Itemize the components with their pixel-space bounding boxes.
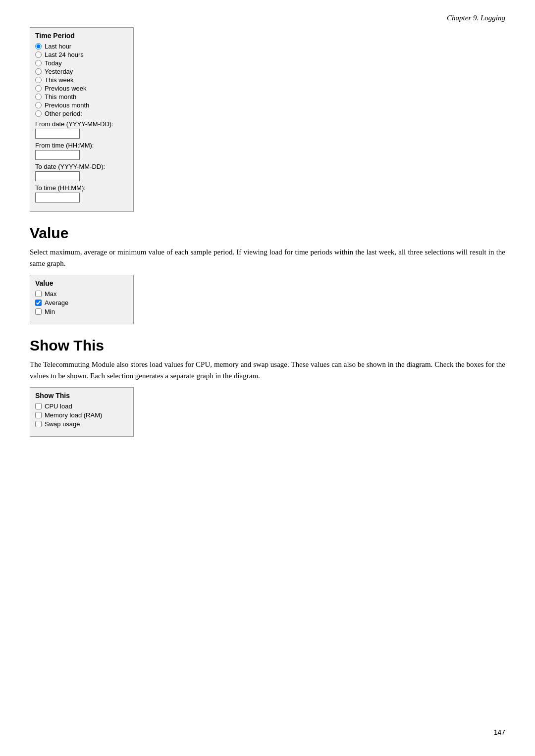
radio-this-week-input[interactable]: [35, 77, 42, 83]
value-box: Value Max Average Min: [30, 275, 134, 324]
radio-today-input[interactable]: [35, 60, 42, 66]
checkbox-memory[interactable]: Memory load (RAM): [35, 411, 125, 419]
checkbox-max-input[interactable]: [35, 291, 42, 297]
to-time-input[interactable]: [35, 193, 80, 202]
checkbox-min-label: Min: [45, 308, 55, 315]
radio-prev-week[interactable]: Previous week: [35, 85, 125, 92]
show-this-box: Show This CPU load Memory load (RAM) Swa…: [30, 387, 134, 437]
checkbox-cpu[interactable]: CPU load: [35, 403, 125, 410]
from-time-label: From time (HH:MM):: [35, 142, 125, 149]
checkbox-swap[interactable]: Swap usage: [35, 420, 125, 428]
radio-last-24[interactable]: Last 24 hours: [35, 51, 125, 58]
value-heading: Value: [30, 225, 505, 242]
radio-last-hour[interactable]: Last hour: [35, 43, 125, 50]
to-time-label: To time (HH:MM):: [35, 184, 125, 192]
page-number: 147: [494, 728, 505, 736]
radio-yesterday[interactable]: Yesterday: [35, 68, 125, 75]
checkbox-max[interactable]: Max: [35, 290, 125, 298]
to-date-label: To date (YYYY-MM-DD):: [35, 163, 125, 170]
radio-yesterday-label: Yesterday: [45, 68, 73, 75]
page-content: Time Period Last hour Last 24 hours Toda…: [0, 27, 535, 470]
radio-today-label: Today: [45, 59, 62, 67]
radio-this-month-input[interactable]: [35, 94, 42, 100]
from-date-input[interactable]: [35, 129, 80, 139]
radio-this-month-label: This month: [45, 93, 76, 101]
radio-this-month[interactable]: This month: [35, 93, 125, 101]
checkbox-cpu-input[interactable]: [35, 403, 42, 409]
radio-prev-week-input[interactable]: [35, 85, 42, 92]
radio-last-24-input[interactable]: [35, 51, 42, 58]
value-body: Select maximum, average or minimum value…: [30, 247, 505, 269]
radio-last-hour-label: Last hour: [45, 43, 71, 50]
time-period-box: Time Period Last hour Last 24 hours Toda…: [30, 27, 134, 212]
checkbox-swap-label: Swap usage: [45, 420, 80, 428]
value-box-label: Value: [35, 279, 125, 287]
checkbox-average-input[interactable]: [35, 300, 42, 306]
radio-other[interactable]: Other period:: [35, 110, 125, 117]
to-date-input[interactable]: [35, 171, 80, 181]
chapter-header: Chapter 9. Logging: [0, 0, 535, 27]
checkbox-max-label: Max: [45, 290, 57, 298]
checkbox-min-input[interactable]: [35, 308, 42, 315]
checkbox-average-label: Average: [45, 299, 68, 306]
radio-yesterday-input[interactable]: [35, 68, 42, 75]
chapter-title: Chapter 9. Logging: [447, 14, 505, 22]
radio-prev-month-label: Previous month: [45, 101, 89, 109]
radio-this-week[interactable]: This week: [35, 76, 125, 84]
checkbox-memory-input[interactable]: [35, 412, 42, 418]
show-this-body: The Telecommuting Module also stores loa…: [30, 359, 505, 381]
checkbox-cpu-label: CPU load: [45, 403, 72, 410]
from-date-label: From date (YYYY-MM-DD):: [35, 120, 125, 128]
checkbox-average[interactable]: Average: [35, 299, 125, 306]
checkbox-swap-input[interactable]: [35, 421, 42, 427]
radio-last-24-label: Last 24 hours: [45, 51, 84, 58]
radio-this-week-label: This week: [45, 76, 74, 84]
radio-prev-week-label: Previous week: [45, 85, 87, 92]
radio-prev-month-input[interactable]: [35, 102, 42, 108]
from-time-input[interactable]: [35, 150, 80, 160]
checkbox-min[interactable]: Min: [35, 308, 125, 315]
time-period-label: Time Period: [35, 32, 125, 40]
radio-today[interactable]: Today: [35, 59, 125, 67]
radio-prev-month[interactable]: Previous month: [35, 101, 125, 109]
show-this-box-label: Show This: [35, 392, 125, 400]
radio-last-hour-input[interactable]: [35, 43, 42, 50]
radio-other-label: Other period:: [45, 110, 82, 117]
checkbox-memory-label: Memory load (RAM): [45, 411, 102, 419]
show-this-heading: Show This: [30, 337, 505, 354]
radio-other-input[interactable]: [35, 110, 42, 117]
